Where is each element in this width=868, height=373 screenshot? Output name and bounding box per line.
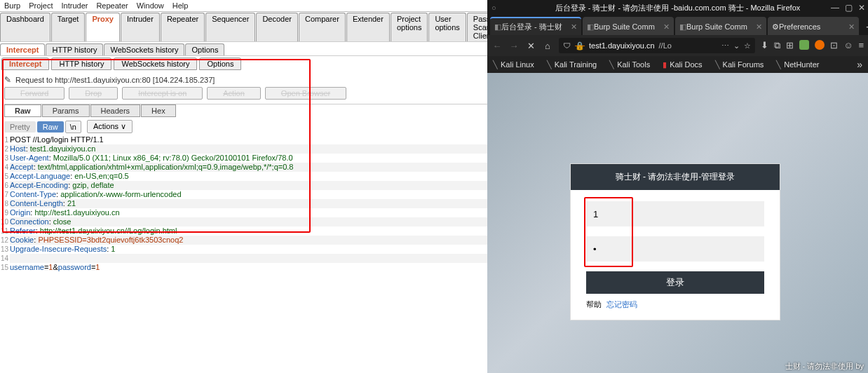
window-maximize-icon[interactable]: ▢: [845, 3, 853, 13]
login-button[interactable]: 登录: [586, 271, 764, 294]
raw-view-button[interactable]: Raw: [37, 121, 64, 133]
main-tab-intruder[interactable]: Intruder: [121, 13, 160, 41]
main-tab-project-options[interactable]: Project options: [391, 13, 428, 41]
browser-tab-1[interactable]: ◧ Burp Suite Comm✕: [583, 17, 674, 35]
nav-back-icon[interactable]: ←: [491, 41, 503, 51]
fmt-tab-headers[interactable]: Headers: [90, 104, 141, 117]
firefox-bookmarks: ╲Kali Linux╲Kali Training╲Kali Tools▮Kal…: [487, 56, 868, 73]
pocket-icon[interactable]: ⌄: [733, 41, 740, 50]
bookmark-icon: ╲: [776, 60, 781, 69]
menu-burp[interactable]: Burp: [4, 1, 20, 10]
bookmark-icon: ╲: [547, 60, 552, 69]
firefox-logo-icon: ○: [491, 4, 496, 12]
bookmark-kali-linux[interactable]: ╲Kali Linux: [493, 60, 534, 69]
lock-strike-icon: 🔒: [575, 41, 585, 50]
main-tab-repeater[interactable]: Repeater: [161, 13, 205, 41]
sidebar-icon[interactable]: ⊞: [786, 40, 794, 51]
menu-intruder[interactable]: Intruder: [62, 1, 88, 10]
close-tab-icon[interactable]: ✕: [571, 22, 577, 32]
forgot-password-link[interactable]: 忘记密码: [606, 300, 637, 308]
newline-toggle[interactable]: \n: [65, 121, 81, 133]
drop-button[interactable]: Drop: [69, 87, 118, 100]
bookmark-icon: ▮: [663, 60, 667, 69]
intercept-tab-http-history[interactable]: HTTP history: [51, 57, 111, 70]
star-icon[interactable]: ☆: [744, 41, 751, 50]
username-field[interactable]: [586, 201, 764, 226]
sub-tab-http-history[interactable]: HTTP history: [46, 43, 103, 55]
nav-forward-icon[interactable]: →: [508, 41, 520, 51]
sub-tab-websockets-history[interactable]: WebSockets history: [104, 43, 184, 55]
nav-home-icon[interactable]: ⌂: [542, 41, 553, 51]
main-tab-proxy[interactable]: Proxy: [86, 13, 120, 41]
fmt-tab-hex[interactable]: Hex: [141, 104, 176, 117]
shield-icon: 🛡: [563, 41, 571, 50]
bookmark-icon: ╲: [609, 60, 614, 69]
firefox-nav-bar: ← → ✕ ⌂ 🛡 🔒 test1.dayuixiyou.cn//Lo ⋯ ⌄ …: [487, 35, 868, 56]
bookmark-kali-training[interactable]: ╲Kali Training: [547, 60, 597, 69]
close-tab-icon[interactable]: ✕: [756, 22, 762, 32]
gear-icon: ⚙: [772, 22, 779, 32]
intercept-sub-tabs: InterceptHTTP historyWebSockets historyO…: [0, 55, 487, 73]
open-browser-button[interactable]: Open Browser: [265, 87, 346, 100]
page-footer-text: 士财 - 请勿法非使用 by: [785, 361, 864, 372]
window-close-icon[interactable]: ✕: [858, 3, 865, 13]
main-tab-extender[interactable]: Extender: [346, 13, 390, 41]
bookmark-kali-forums[interactable]: ╲Kali Forums: [715, 60, 764, 69]
actions-dropdown[interactable]: Actions ∨: [87, 120, 133, 133]
bookmark-kali-docs[interactable]: ▮Kali Docs: [663, 60, 702, 69]
bookmark-icon: ╲: [715, 60, 720, 69]
menu-repeater[interactable]: Repeater: [96, 1, 128, 10]
url-bar[interactable]: 🛡 🔒 test1.dayuixiyou.cn//Lo ⋯ ⌄ ☆: [559, 38, 755, 53]
password-field[interactable]: [586, 236, 764, 262]
main-tab-decoder[interactable]: Decoder: [256, 13, 298, 41]
pretty-view-button[interactable]: Pretty: [4, 121, 36, 133]
login-header: 骑士财 - 请勿法非使用-管理登录: [571, 164, 780, 190]
sub-tab-options[interactable]: Options: [185, 43, 224, 55]
menu-project[interactable]: Project: [29, 1, 53, 10]
browser-tab-3[interactable]: ⚙ Preferences✕: [768, 17, 859, 35]
main-tab-target[interactable]: Target: [51, 13, 86, 41]
proxy-sub-tabs: InterceptHTTP historyWebSockets historyO…: [0, 41, 487, 55]
menu-window[interactable]: Window: [137, 1, 164, 10]
intercept-tab-intercept[interactable]: Intercept: [1, 57, 49, 70]
hamburger-icon[interactable]: ≡: [858, 40, 864, 51]
bookmarks-more-icon[interactable]: »: [857, 59, 862, 70]
login-card: 骑士财 - 请勿法非使用-管理登录 登录 帮助 忘记密码: [570, 163, 780, 320]
ext-icon-2[interactable]: ⊡: [830, 40, 838, 51]
burp-menu-bar: Burp Project Intruder Repeater Window He…: [0, 0, 487, 11]
new-tab-button[interactable]: +: [860, 20, 868, 35]
ext-icon-1[interactable]: [799, 40, 809, 50]
bookmark-nethunter[interactable]: ╲NetHunter: [776, 60, 819, 69]
tab-favicon-icon: ◧: [679, 22, 686, 32]
main-tab-comparer[interactable]: Comparer: [299, 13, 346, 41]
main-tab-user-options[interactable]: User options: [428, 13, 466, 41]
fmt-tab-raw[interactable]: Raw: [4, 104, 41, 117]
intercept-toggle-button[interactable]: Intercept is on: [122, 87, 203, 100]
fmt-tab-params[interactable]: Params: [42, 104, 90, 117]
main-tabs: DashboardTargetProxyIntruderRepeaterSequ…: [0, 11, 487, 41]
intercept-tab-websockets-history[interactable]: WebSockets history: [114, 57, 197, 70]
intercept-tab-options[interactable]: Options: [199, 57, 241, 70]
action-button[interactable]: Action: [207, 87, 261, 100]
sub-tab-intercept[interactable]: Intercept: [0, 43, 45, 55]
window-minimize-icon[interactable]: —: [831, 3, 839, 13]
close-tab-icon[interactable]: ✕: [663, 22, 670, 32]
url-more-icon[interactable]: ⋯: [721, 41, 729, 50]
request-editor[interactable]: 123456789101112131415 POST //Log/login H…: [0, 135, 487, 272]
bookmark-kali-tools[interactable]: ╲Kali Tools: [609, 60, 650, 69]
main-tab-sequencer[interactable]: Sequencer: [205, 13, 255, 41]
browser-tab-2[interactable]: ◧ Burp Suite Comm✕: [675, 17, 766, 35]
ext-burp-icon[interactable]: [815, 40, 825, 50]
url-path: //Lo: [659, 41, 672, 50]
library-icon[interactable]: ⧉: [774, 40, 780, 51]
close-tab-icon[interactable]: ✕: [848, 22, 855, 32]
download-icon[interactable]: ⬇: [761, 40, 768, 51]
forward-button[interactable]: Forward: [4, 87, 65, 100]
account-icon[interactable]: ☺: [843, 40, 853, 51]
edit-icon[interactable]: ✎: [4, 75, 11, 85]
browser-tab-0[interactable]: ◧ 后台登录 - 骑士财✕: [490, 17, 581, 35]
nav-stop-icon[interactable]: ✕: [525, 41, 536, 51]
main-tab-dashboard[interactable]: Dashboard: [0, 13, 50, 41]
menu-help[interactable]: Help: [172, 1, 189, 10]
request-target-label: Request to http://test1.dayuixiyou.cn:80…: [15, 76, 215, 84]
